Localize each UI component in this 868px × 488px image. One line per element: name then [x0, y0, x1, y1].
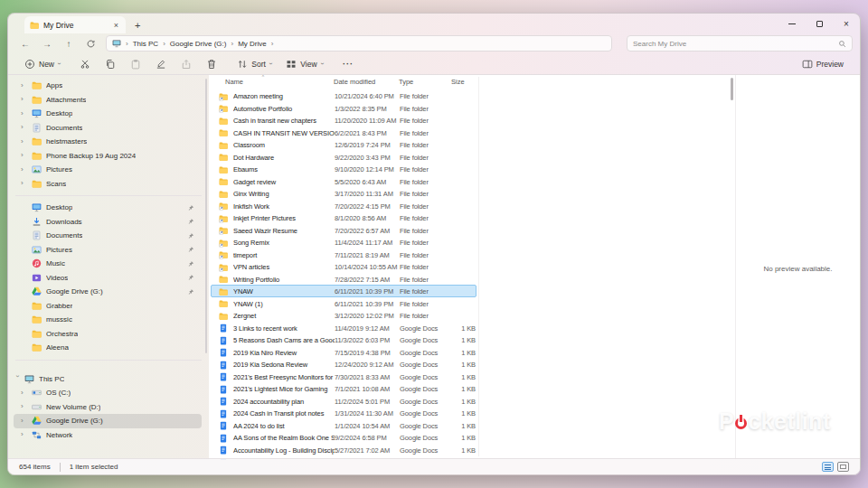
new-button[interactable]: New › — [19, 56, 65, 72]
file-row[interactable]: Ginx Writing3/17/2020 11:31 AMFile folde… — [211, 187, 476, 200]
sidebar-item-network[interactable]: ›Network — [14, 428, 202, 443]
up-icon[interactable]: ↑ — [59, 39, 79, 49]
file-row[interactable]: 5 Reasons Dash Cams are a Good Idea11/3/… — [211, 333, 476, 346]
file-row[interactable]: Amazon meeting10/21/2024 6:40 PMFile fol… — [211, 89, 476, 102]
chevron-right-icon[interactable]: › — [21, 96, 32, 103]
file-row[interactable]: YNAW (1)6/11/2021 10:39 PMFile folder — [211, 297, 476, 310]
file-row[interactable]: 2019 Kia Sedona Review12/24/2020 9:12 AM… — [211, 358, 476, 371]
sidebar-item-apps[interactable]: ›Apps — [14, 79, 202, 93]
refresh-icon[interactable] — [80, 38, 100, 49]
back-icon[interactable]: ← — [15, 39, 35, 49]
file-row[interactable]: 2024 accountability plan11/2/2024 5:01 P… — [211, 395, 476, 408]
cut-button[interactable] — [74, 56, 96, 72]
sidebar-item-pictures[interactable]: ›Pictures — [14, 163, 202, 177]
chevron-right-icon[interactable]: › — [21, 82, 32, 89]
chevron-right-icon[interactable]: › — [21, 431, 32, 438]
file-row[interactable]: VPN articles10/14/2024 10:55 AMFile fold… — [211, 260, 476, 273]
breadcrumb-item[interactable]: This PC — [133, 40, 158, 48]
column-header-date-modified[interactable]: Date modified — [334, 78, 375, 86]
sidebar-item-heistmasters[interactable]: ›heistmasters — [14, 135, 202, 149]
new-tab-button[interactable]: + — [135, 20, 140, 31]
sidebar-item-scans[interactable]: ›Scans — [14, 177, 202, 192]
file-row[interactable]: Song Remix11/4/2024 11:17 AMFile folder — [211, 236, 476, 249]
sidebar-item-musssic[interactable]: musssic — [14, 313, 202, 327]
file-row[interactable]: 2021's Best Freesync Monitors for Gaming… — [211, 371, 476, 383]
file-row[interactable]: Saeed Wazir Resume7/20/2022 6:57 AMFile … — [211, 224, 476, 237]
sidebar-scrollbar[interactable] — [205, 79, 207, 353]
more-options-button[interactable]: ··· — [337, 57, 359, 71]
close-button[interactable]: × — [833, 14, 860, 33]
file-row[interactable]: Zergnet3/12/2020 12:02 PMFile folder — [211, 309, 476, 322]
copy-button[interactable] — [99, 56, 121, 72]
file-row[interactable]: Gadget review5/5/2020 6:43 AMFile folder — [211, 175, 476, 188]
chevron-right-icon[interactable]: › — [21, 124, 32, 131]
sidebar-item-desktop[interactable]: ›Desktop — [14, 107, 202, 121]
column-header-type[interactable]: Type — [399, 78, 413, 86]
chevron-right-icon[interactable]: › — [21, 152, 32, 159]
file-row[interactable]: Dot Hardware9/22/2020 3:43 PMFile folder — [211, 151, 476, 164]
file-row[interactable]: Cash in transit new chapters11/20/2020 1… — [211, 114, 476, 127]
tab-close-icon[interactable]: × — [112, 21, 120, 30]
sidebar-item-attachments[interactable]: ›Attachments — [14, 93, 202, 108]
preview-toggle-button[interactable]: Preview — [797, 56, 849, 72]
view-button[interactable]: View › — [280, 56, 328, 72]
sidebar-item-desktop[interactable]: Desktop — [14, 201, 202, 215]
rename-button[interactable] — [150, 56, 172, 72]
maximize-button[interactable] — [806, 14, 833, 33]
delete-button[interactable] — [201, 56, 222, 72]
sidebar-item-google-drive-g-[interactable]: Google Drive (G:) — [14, 285, 202, 299]
sidebar-item-orchestra[interactable]: Orchestra — [14, 327, 202, 342]
file-row[interactable]: YNAW6/11/2021 10:39 PMFile folder — [211, 285, 476, 297]
forward-icon[interactable]: → — [37, 39, 57, 49]
minimize-button[interactable] — [778, 14, 806, 33]
paste-button[interactable] — [125, 56, 146, 72]
chevron-right-icon[interactable]: › — [21, 138, 32, 145]
sidebar-item-phone-backup-19-aug-2024[interactable]: ›Phone Backup 19 Aug 2024 — [14, 149, 202, 164]
sidebar-item-documents[interactable]: ›Documents — [14, 121, 202, 136]
file-row[interactable]: Writing Portfolio7/28/2022 7:15 AMFile f… — [211, 273, 476, 286]
chevron-right-icon[interactable]: › — [21, 418, 32, 425]
file-row[interactable]: 2021's Lightest Mice for Gaming7/1/2021 … — [211, 382, 476, 395]
chevron-right-icon[interactable]: › — [21, 166, 32, 174]
chevron-right-icon[interactable]: › — [21, 180, 32, 187]
column-header-size[interactable]: Size — [451, 78, 465, 86]
breadcrumb-item[interactable]: My Drive — [238, 40, 267, 48]
file-row[interactable]: 2019 Kia Niro Review7/15/2019 4:38 PMGoo… — [211, 346, 476, 359]
thumbnail-view-icon[interactable] — [837, 462, 849, 472]
sidebar-item-videos[interactable]: Videos — [14, 271, 202, 286]
sidebar-item-this-pc[interactable]: ›This PC — [14, 372, 202, 387]
sidebar-item-aleena[interactable]: Aleena — [14, 341, 202, 355]
chevron-right-icon[interactable]: › — [21, 110, 32, 117]
file-row[interactable]: Accountability Log - Building Discipline… — [211, 444, 476, 456]
sidebar-item-grabber[interactable]: Grabber — [14, 299, 202, 314]
chevron-right-icon[interactable]: › — [21, 403, 32, 410]
chevron-right-icon[interactable]: › — [21, 389, 32, 397]
file-row[interactable]: Inkjet Printer Pictures8/1/2020 8:56 AMF… — [211, 211, 476, 224]
breadcrumb[interactable]: ›This PC›Google Drive (G:)›My Drive› — [106, 35, 612, 52]
file-row[interactable]: CASH IN TRANSIT NEW VERSION6/2/2021 8:43… — [211, 127, 476, 139]
sidebar-item-os-c-[interactable]: ›OS (C:) — [14, 386, 202, 400]
file-row[interactable]: Classroom12/6/2019 7:24 PMFile folder — [211, 138, 476, 151]
search-icon[interactable] — [838, 40, 846, 48]
file-row[interactable]: AA Sons of the Realm Book One Story O...… — [211, 431, 476, 444]
list-scrollbar[interactable] — [731, 78, 733, 100]
sidebar-item-new-volume-d-[interactable]: ›New Volume (D:) — [14, 400, 202, 415]
file-row[interactable]: 2024 Cash in Transit plot notes1/31/2024… — [211, 407, 476, 419]
sort-button[interactable]: Sort › — [231, 56, 277, 72]
file-row[interactable]: AA 2024 to do list1/1/2024 10:54 AMGoogl… — [211, 419, 476, 432]
file-row[interactable]: Ebaums9/10/2020 12:14 PMFile folder — [211, 163, 476, 175]
details-view-icon[interactable] — [822, 462, 834, 472]
file-row[interactable]: timeport7/11/2021 8:19 AMFile folder — [211, 249, 476, 261]
sidebar-item-pictures[interactable]: Pictures — [14, 243, 202, 258]
breadcrumb-item[interactable]: Google Drive (G:) — [170, 40, 227, 48]
column-header-name[interactable]: Name — [225, 78, 243, 86]
file-row[interactable]: Inkfish Work7/20/2022 4:15 PMFile folder — [211, 200, 476, 212]
sidebar-item-google-drive-g-[interactable]: ›Google Drive (G:) — [14, 414, 202, 428]
file-row[interactable]: 3 Links to recent work11/4/2019 9:12 AMG… — [211, 322, 476, 334]
chevron-down-icon[interactable]: › — [14, 375, 21, 382]
share-button[interactable] — [175, 56, 197, 72]
sidebar-item-downloads[interactable]: Downloads — [14, 215, 202, 230]
sidebar-item-music[interactable]: Music — [14, 257, 202, 271]
tab-my-drive[interactable]: My Drive × — [24, 16, 126, 33]
sidebar-item-documents[interactable]: Documents — [14, 229, 202, 243]
